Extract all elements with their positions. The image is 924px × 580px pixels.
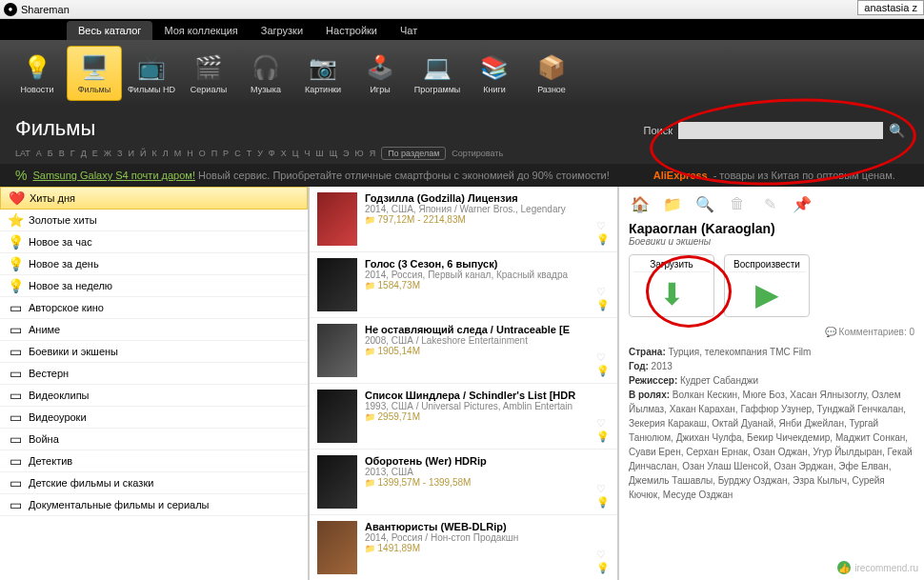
alpha-Е[interactable]: Е: [92, 149, 98, 158]
alpha-Б[interactable]: Б: [48, 149, 53, 158]
sidebar-item[interactable]: 💡Новое за день: [0, 253, 308, 275]
user-badge[interactable]: anastasia z: [857, 0, 924, 15]
tool-Фильмы[interactable]: 🖥️Фильмы: [67, 46, 122, 101]
alpha-Й[interactable]: Й: [140, 149, 146, 158]
movie-item[interactable]: Голос (3 Сезон, 6 выпуск)2014, Россия, П…: [310, 252, 617, 318]
tool-icon: 🎧: [251, 52, 281, 83]
search-label: Поиск: [644, 125, 673, 136]
app-title: Shareman: [21, 4, 70, 15]
alpha-О[interactable]: О: [199, 149, 206, 158]
watermark: 👍 irecommend.ru: [837, 561, 918, 574]
heart-icon: ♡: [596, 220, 610, 232]
alpha-Р[interactable]: Р: [223, 149, 229, 158]
tool-icon: 🖥️: [79, 52, 110, 83]
alpha-З[interactable]: З: [117, 149, 122, 158]
delete-icon[interactable]: 🗑: [726, 192, 749, 215]
tool-Программы[interactable]: 💻Программы: [410, 46, 465, 101]
sidebar-item[interactable]: ▭Боевики и экшены: [0, 341, 308, 363]
alpha-Ц[interactable]: Ц: [292, 149, 299, 158]
alpha-LAT[interactable]: LAT: [15, 149, 30, 158]
movie-item[interactable]: Не оставляющий следа / Untraceable [E200…: [310, 318, 617, 384]
magnify-icon[interactable]: 🔍: [693, 192, 716, 215]
home-icon[interactable]: 🏠: [629, 192, 652, 215]
alpha-Г[interactable]: Г: [70, 149, 75, 158]
detail-toolbar: 🏠 📁 🔍 🗑 ✎ 📌: [629, 192, 914, 215]
alpha-Д[interactable]: Д: [81, 149, 87, 158]
alpha-Л[interactable]: Л: [163, 149, 169, 158]
sort-button[interactable]: Сортировать: [452, 149, 503, 158]
tool-icon: 🕹️: [365, 52, 395, 83]
alpha-А[interactable]: А: [36, 149, 42, 158]
promo-link[interactable]: Samsung Galaxy S4 почти даром!: [32, 170, 195, 181]
percent-icon: %: [15, 168, 27, 183]
play-button[interactable]: Воспроизвести ▶: [724, 254, 810, 317]
alpha-Ш[interactable]: Ш: [315, 149, 323, 158]
sidebar-item[interactable]: ▭Детектив: [0, 450, 308, 472]
alpha-У[interactable]: У: [257, 149, 263, 158]
sidebar-item[interactable]: ▭Аниме: [0, 319, 308, 341]
sections-button[interactable]: По разделам: [381, 147, 446, 160]
tool-Картинки[interactable]: 📷Картинки: [295, 46, 351, 101]
pin-icon[interactable]: 📌: [791, 192, 814, 215]
sidebar-item[interactable]: ▭Видеоклипы: [0, 385, 308, 407]
tool-Книги[interactable]: 📚Книги: [467, 46, 522, 101]
alpha-Э[interactable]: Э: [343, 149, 349, 158]
aliexpress-label[interactable]: AliExpress: [653, 170, 708, 181]
aliexpress-text: - товары из Китая по оптовым ценам.: [713, 170, 895, 181]
tool-Разное[interactable]: 📦Разное: [524, 46, 579, 101]
tool-Новости[interactable]: 💡Новости: [10, 46, 65, 101]
category-icon: ▭: [8, 410, 23, 425]
alpha-М[interactable]: М: [174, 149, 182, 158]
tab-2[interactable]: Загрузки: [250, 21, 314, 40]
alpha-Ж[interactable]: Ж: [104, 149, 111, 158]
tool-Музыка[interactable]: 🎧Музыка: [238, 46, 293, 101]
tab-0[interactable]: Весь каталог: [67, 21, 152, 40]
comments-count[interactable]: Комментариев: 0: [629, 327, 914, 337]
edit-icon[interactable]: ✎: [758, 192, 781, 215]
sidebar: ❤️Хиты дня⭐Золотые хиты💡Новое за час💡Нов…: [0, 187, 310, 580]
category-icon: ▭: [8, 431, 23, 447]
sidebar-item[interactable]: ▭Война: [0, 429, 308, 450]
alpha-К[interactable]: К: [151, 149, 156, 158]
search-input[interactable]: [678, 122, 883, 139]
alpha-Щ[interactable]: Щ: [330, 149, 337, 158]
sidebar-item[interactable]: ⭐Золотые хиты: [0, 210, 308, 231]
movie-thumbnail: [317, 390, 357, 443]
tool-icon: 💡: [22, 52, 52, 83]
alpha-Ю[interactable]: Ю: [355, 149, 364, 158]
movie-item[interactable]: Годзилла (Godzilla) Лицензия2014, США, Я…: [310, 187, 617, 252]
tool-Фильмы HD[interactable]: 📺Фильмы HD: [124, 46, 179, 101]
sidebar-item[interactable]: 💡Новое за час: [0, 231, 308, 253]
movie-item[interactable]: Оборотень (Wer) HDRip2013, США1399,57M -…: [310, 450, 617, 515]
category-icon: ▭: [8, 475, 23, 490]
sidebar-item[interactable]: 💡Новое за неделю: [0, 275, 308, 297]
movie-item[interactable]: Список Шиндлера / Schindler's List [HDR1…: [310, 384, 617, 450]
alpha-Н[interactable]: Н: [187, 149, 193, 158]
sidebar-item[interactable]: ❤️Хиты дня: [0, 187, 308, 210]
tool-Игры[interactable]: 🕹️Игры: [352, 46, 408, 101]
sidebar-item[interactable]: ▭Документальные фильмы и сериалы: [0, 494, 308, 516]
alpha-Я[interactable]: Я: [370, 149, 376, 158]
folder-icon[interactable]: 📁: [661, 192, 684, 215]
alpha-Ч[interactable]: Ч: [304, 149, 310, 158]
tab-4[interactable]: Чат: [389, 21, 429, 40]
promo-text: Новый сервис. Приобретайте отличные смар…: [198, 170, 610, 181]
search-icon[interactable]: 🔍: [889, 123, 905, 138]
sidebar-item[interactable]: ▭Вестерн: [0, 363, 308, 385]
alpha-Т[interactable]: Т: [247, 149, 252, 158]
movie-item[interactable]: Авантюристы (WEB-DLRip)2014, Россия / Но…: [310, 515, 617, 580]
tool-Сериалы[interactable]: 🎬Сериалы: [181, 46, 236, 101]
sidebar-item[interactable]: ▭Авторское кино: [0, 297, 308, 319]
alpha-С[interactable]: С: [234, 149, 241, 158]
sidebar-item[interactable]: ▭Видеоуроки: [0, 407, 308, 429]
alpha-П[interactable]: П: [211, 149, 217, 158]
category-icon: ▭: [8, 322, 23, 337]
tab-1[interactable]: Моя коллекция: [152, 21, 249, 40]
alpha-И[interactable]: И: [129, 149, 134, 158]
download-button[interactable]: Загрузить ⬇: [629, 254, 714, 317]
tab-3[interactable]: Настройки: [314, 21, 389, 40]
alpha-Х[interactable]: Х: [281, 149, 287, 158]
sidebar-item[interactable]: ▭Детские фильмы и сказки: [0, 472, 308, 494]
alpha-Ф[interactable]: Ф: [269, 149, 275, 158]
alpha-В[interactable]: В: [59, 149, 65, 158]
